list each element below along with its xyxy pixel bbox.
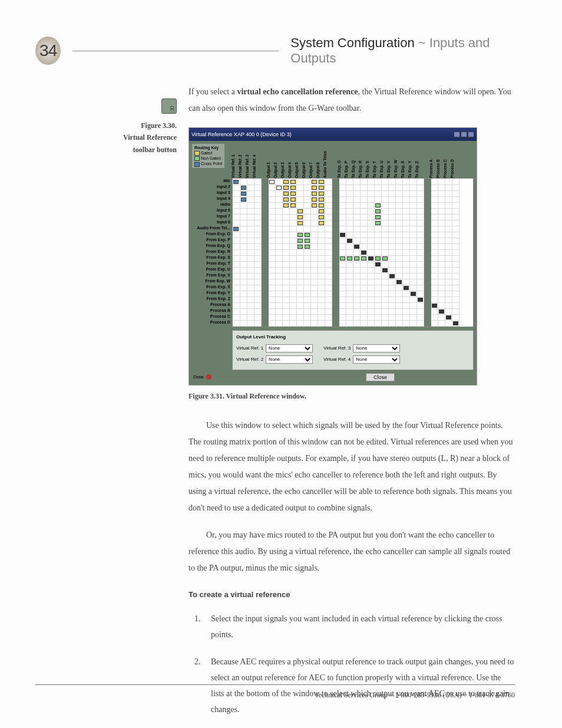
crosspoint[interactable] <box>283 197 289 202</box>
row-label: From Exp. X <box>192 284 232 290</box>
crosspoint[interactable] <box>283 186 289 190</box>
title-sep: ~ <box>415 35 429 50</box>
vr3-select[interactable]: None <box>353 344 400 353</box>
crosspoint[interactable] <box>312 186 317 190</box>
output-level-tracking-panel: Output Level Tracking Virtual Ref. 1None… <box>232 330 474 370</box>
crosspoint[interactable] <box>290 197 296 202</box>
vr1-label: Virtual Ref. 1 <box>236 344 263 353</box>
crosspoint[interactable] <box>269 180 275 184</box>
matrix-col-labels: Virtual Ref. 1Virtual Ref. 2Virtual Ref.… <box>232 150 474 178</box>
crosspoint[interactable] <box>312 180 317 184</box>
crosspoint[interactable] <box>319 209 324 213</box>
vr4-select[interactable]: None <box>353 355 400 364</box>
crosspoint[interactable] <box>354 256 359 261</box>
crosspoint[interactable] <box>319 180 324 184</box>
row-label: From Exp. Y <box>192 290 232 296</box>
crosspoint[interactable] <box>233 180 239 184</box>
col-label: Process D <box>448 171 456 178</box>
main-content: If you select a virtual echo cancellatio… <box>189 84 515 728</box>
crosspoint[interactable] <box>290 192 296 196</box>
close-icon[interactable] <box>468 131 474 137</box>
row-label: From Exp. U <box>192 266 232 272</box>
crosspoint[interactable] <box>312 192 317 196</box>
crosspoint[interactable] <box>233 227 239 231</box>
page-header: 34 System Configuration ~ Inputs and Out… <box>35 35 515 66</box>
data-label: Data: <box>193 374 204 380</box>
window-title: Virtual Reference XAP 400 0 (Device ID 3… <box>191 129 292 140</box>
routing-matrix: MicInput 2Input 3Input 4radioInput 6Inpu… <box>192 150 474 327</box>
crosspoint[interactable] <box>305 239 310 243</box>
step-item: Select the input signals you want includ… <box>203 611 515 643</box>
col-label: Virtual Ref. 4 <box>250 171 258 178</box>
crosspoint[interactable] <box>241 186 246 190</box>
crosspoint[interactable] <box>241 197 246 202</box>
crosspoint[interactable] <box>283 203 289 207</box>
panel-title: Output Level Tracking <box>236 332 470 342</box>
crosspoint[interactable] <box>319 197 324 202</box>
data-indicator-icon <box>206 374 211 380</box>
row-label: Process C <box>192 314 232 319</box>
crosspoint[interactable] <box>340 256 345 261</box>
crosspoint[interactable] <box>290 203 296 207</box>
vr3-label: Virtual Ref. 3 <box>323 344 351 353</box>
figure-3-31-caption: Figure 3.31. Virtual Reference window. <box>189 389 515 403</box>
close-button[interactable]: Close <box>366 373 395 381</box>
page-number-badge: 34 <box>35 37 61 65</box>
crosspoint[interactable] <box>375 209 381 213</box>
crosspoint[interactable] <box>361 256 366 261</box>
crosspoint[interactable] <box>319 221 324 225</box>
row-label: From Exp. V <box>192 272 232 278</box>
crosspoint[interactable] <box>297 209 303 213</box>
figure-3-30-caption: Figure 3.30. Virtual Reference toolbar b… <box>35 120 177 156</box>
matrix-grid <box>232 178 474 327</box>
row-label: Process D <box>192 319 232 325</box>
crosspoint[interactable] <box>283 192 289 196</box>
crosspoint[interactable] <box>319 192 324 196</box>
sidebar: Figure 3.30. Virtual Reference toolbar b… <box>35 84 189 728</box>
minimize-icon[interactable] <box>454 131 460 137</box>
row-label: From Exp. P <box>192 237 232 243</box>
crosspoint[interactable] <box>305 233 310 237</box>
crosspoint[interactable] <box>312 197 317 202</box>
row-label: From Exp. W <box>192 278 232 284</box>
row-label: Input 6 <box>192 207 232 213</box>
crosspoint[interactable] <box>305 245 310 249</box>
crosspoint[interactable] <box>312 203 317 207</box>
crosspoint[interactable] <box>297 233 303 237</box>
crosspoint[interactable] <box>375 256 381 261</box>
crosspoint[interactable] <box>241 192 246 196</box>
row-label: Input 2 <box>192 184 232 190</box>
crosspoint[interactable] <box>382 256 388 261</box>
body-paragraph: Or, you may have mics routed to the PA o… <box>189 527 515 577</box>
vr2-select[interactable]: None <box>266 355 313 364</box>
vr2-label: Virtual Ref. 2 <box>236 355 263 364</box>
col-label: To Exp. Z <box>413 171 421 178</box>
crosspoint[interactable] <box>297 245 303 249</box>
crosspoint[interactable] <box>319 215 324 219</box>
crosspoint[interactable] <box>319 203 324 207</box>
crosspoint[interactable] <box>290 186 296 190</box>
crosspoint[interactable] <box>347 256 352 261</box>
vr4-label: Virtual Ref. 4 <box>323 355 351 364</box>
maximize-icon[interactable] <box>461 131 467 137</box>
crosspoint[interactable] <box>375 215 381 219</box>
crosspoint[interactable] <box>297 221 303 225</box>
virtual-reference-toolbar-icon <box>161 98 177 114</box>
crosspoint[interactable] <box>375 221 381 225</box>
crosspoint[interactable] <box>375 203 381 207</box>
crosspoint[interactable] <box>297 215 303 219</box>
crosspoint[interactable] <box>290 180 296 184</box>
window-titlebar: Virtual Reference XAP 400 0 (Device ID 3… <box>189 128 477 141</box>
row-label: Input 4 <box>192 196 232 202</box>
row-label: Mic <box>192 178 232 184</box>
vr1-select[interactable]: None <box>266 344 313 353</box>
row-label: Input 7 <box>192 213 232 219</box>
crosspoint[interactable] <box>276 186 282 190</box>
crosspoint[interactable] <box>283 180 289 184</box>
crosspoint[interactable] <box>297 239 303 243</box>
crosspoint[interactable] <box>319 186 324 190</box>
window-body: Routing Key Gated Non Gated Cross Point … <box>189 141 477 385</box>
row-label: From Exp. O <box>192 231 232 237</box>
matrix-table <box>233 179 459 327</box>
col-label: Audio To Telco <box>321 171 329 178</box>
